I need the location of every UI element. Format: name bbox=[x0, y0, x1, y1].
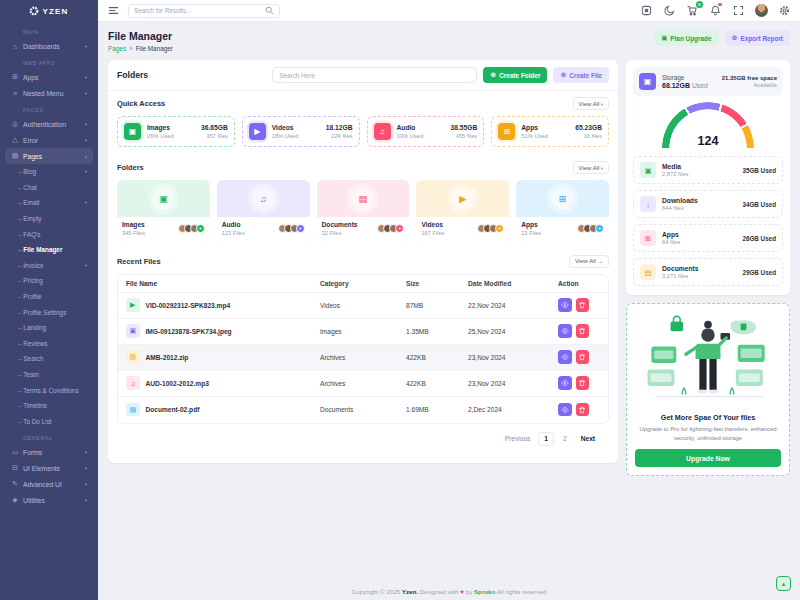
delete-file-button[interactable] bbox=[576, 298, 590, 312]
quick-access-card[interactable]: ▣ Images 26% Used 36.65GB 357 files bbox=[117, 116, 235, 147]
sidebar-item[interactable]: ◈ Utilities ▾ bbox=[5, 492, 93, 508]
footer-company-link[interactable]: Spruko bbox=[474, 588, 495, 595]
sidebar-item[interactable]: Reviews bbox=[5, 336, 93, 352]
sidebar-item[interactable]: Empty bbox=[5, 211, 93, 227]
cart-icon[interactable]: 5 bbox=[686, 4, 699, 17]
create-folder-button[interactable]: Create Folder bbox=[483, 67, 547, 83]
sidebar-item[interactable]: ✎ Advanced UI ▾ bbox=[5, 476, 93, 492]
settings-gear-icon[interactable] bbox=[778, 4, 791, 17]
export-report-button[interactable]: Export Report bbox=[725, 30, 790, 46]
folder-search-input[interactable] bbox=[279, 72, 470, 79]
storage-item: ⊞ Apps 64 files 26GB Used bbox=[633, 224, 783, 252]
app-logo[interactable]: YZEN bbox=[0, 0, 98, 22]
sidebar-item[interactable]: ≡ Nested Menu ▾ bbox=[5, 85, 93, 101]
sidebar-item[interactable]: WEB APPS bbox=[5, 57, 93, 69]
sidebar-item-label: Nested Menu bbox=[23, 90, 63, 97]
folder-card[interactable]: ▶ Videos 167 Files bbox=[416, 180, 509, 241]
sidebar-item[interactable]: ▤ Pages ▴ bbox=[5, 148, 93, 164]
sidebar-item[interactable]: GENERAL bbox=[5, 432, 93, 444]
sidebar-item[interactable]: Team bbox=[5, 367, 93, 383]
delete-file-button[interactable] bbox=[576, 403, 590, 417]
sidebar-item[interactable]: PAGES bbox=[5, 104, 93, 116]
folder-card[interactable]: ⊞ Apps 23 Files bbox=[516, 180, 609, 241]
sidebar-item[interactable]: Profile Settings bbox=[5, 304, 93, 320]
upgrade-now-button[interactable]: Upgrade Now bbox=[635, 449, 781, 467]
file-type-icon: ♫ bbox=[126, 376, 140, 390]
quick-access-view-all-button[interactable]: View All bbox=[573, 97, 610, 110]
folder-name: Audio bbox=[222, 221, 245, 228]
view-file-button[interactable] bbox=[558, 376, 572, 390]
add-member-badge[interactable]: + bbox=[495, 224, 504, 233]
folder-search[interactable] bbox=[272, 67, 477, 83]
view-file-button[interactable] bbox=[558, 298, 572, 312]
sidebar-item[interactable]: ◎ Authentication ▾ bbox=[5, 116, 93, 132]
pagination-next[interactable]: Next bbox=[576, 433, 600, 445]
global-search[interactable] bbox=[128, 4, 280, 18]
sidebar-item-label: Landing bbox=[18, 324, 46, 331]
table-row: ▤ Document-02.pdf Documents 1.69MB 2,Dec… bbox=[118, 397, 608, 423]
pagination-page-1[interactable]: 1 bbox=[538, 432, 554, 446]
sidebar-item[interactable]: Landing bbox=[5, 320, 93, 336]
sidebar-item[interactable]: ⊟ UI Elements ▾ bbox=[5, 460, 93, 476]
sidebar-item[interactable]: ▭ Forms ▾ bbox=[5, 444, 93, 460]
folder-card[interactable]: ▤ Documents 32 Files bbox=[317, 180, 410, 241]
sidebar-item[interactable]: Invoice ▾ bbox=[5, 258, 93, 274]
view-file-button[interactable] bbox=[558, 403, 572, 417]
sidebar-item[interactable]: Chat bbox=[5, 180, 93, 196]
folder-name: Videos bbox=[421, 221, 444, 228]
add-member-badge[interactable]: + bbox=[296, 224, 305, 233]
sidebar-item[interactable]: ⊞ Apps ▾ bbox=[5, 69, 93, 85]
folder-members-avatars: + bbox=[477, 224, 504, 233]
sidebar-item[interactable]: Blog ▾ bbox=[5, 164, 93, 180]
pagination-page-2[interactable]: 2 bbox=[557, 432, 573, 446]
folder-files-count: 345 Files bbox=[122, 230, 145, 236]
sidebar-item[interactable]: MAIN bbox=[5, 26, 93, 38]
sidebar-item[interactable]: Email ▾ bbox=[5, 195, 93, 211]
quick-access-card[interactable]: ⊞ Apps 51% Used 65.23GB 16 files bbox=[491, 116, 609, 147]
sidebar-item[interactable]: Pricing bbox=[5, 273, 93, 289]
notifications-bell-icon[interactable] bbox=[709, 4, 722, 17]
file-size: 87MB bbox=[406, 302, 468, 309]
breadcrumb-parent[interactable]: Pages bbox=[108, 45, 126, 52]
create-file-button[interactable]: Create File bbox=[553, 67, 609, 83]
scroll-to-top-button[interactable]: ▴ bbox=[776, 576, 791, 591]
sidebar-item[interactable]: To Do List bbox=[5, 414, 93, 430]
sidebar-item[interactable]: Terms & Conditions bbox=[5, 382, 93, 398]
delete-file-button[interactable] bbox=[576, 324, 590, 338]
sidebar-item[interactable]: Timeline bbox=[5, 398, 93, 414]
recent-files-view-all-button[interactable]: View All bbox=[569, 255, 609, 268]
sidebar-item-icon: ◎ bbox=[11, 120, 19, 128]
folders-view-all-button[interactable]: View All bbox=[573, 161, 610, 174]
folder-card[interactable]: ▣ Images 345 Files bbox=[117, 180, 210, 241]
sidebar-item[interactable]: FAQ's bbox=[5, 226, 93, 242]
top-header: 5 bbox=[98, 0, 800, 22]
sidebar-item[interactable]: Profile bbox=[5, 289, 93, 305]
delete-file-button[interactable] bbox=[576, 376, 590, 390]
folders-card: Folders Create Folder Create File Quick … bbox=[108, 60, 618, 463]
sidebar-item[interactable]: ⌂ Dashboards ▾ bbox=[5, 38, 93, 54]
pagination-previous[interactable]: Previous bbox=[500, 433, 536, 445]
language-flag-icon[interactable] bbox=[640, 4, 653, 17]
sidebar-item[interactable]: △ Error ▾ bbox=[5, 132, 93, 148]
quick-access-card[interactable]: ▶ Videos 18% Used 18.12GB 224 files bbox=[242, 116, 360, 147]
sidebar-item-label: Profile Settings bbox=[18, 309, 66, 316]
user-avatar[interactable] bbox=[755, 4, 769, 18]
add-member-badge[interactable]: + bbox=[595, 224, 604, 233]
folder-card[interactable]: ♫ Audio 123 Files bbox=[217, 180, 310, 241]
add-member-badge[interactable]: + bbox=[196, 224, 205, 233]
sidebar-item[interactable]: Search bbox=[5, 351, 93, 367]
fullscreen-icon[interactable] bbox=[732, 4, 745, 17]
global-search-input[interactable] bbox=[134, 7, 261, 14]
sidebar-item[interactable]: File Manager bbox=[5, 242, 93, 258]
view-file-button[interactable] bbox=[558, 324, 572, 338]
quick-access-card[interactable]: ♫ Audio 33% Used 38.55GB 455 files bbox=[367, 116, 485, 147]
folder-members-avatars: + bbox=[178, 224, 205, 233]
add-member-badge[interactable]: + bbox=[395, 224, 404, 233]
quick-access-used: 51% Used bbox=[521, 133, 548, 139]
dark-mode-moon-icon[interactable] bbox=[663, 4, 676, 17]
hamburger-menu-icon[interactable] bbox=[107, 4, 120, 17]
plan-upgrade-button[interactable]: Plan Upgrade bbox=[654, 30, 718, 46]
delete-file-button[interactable] bbox=[576, 350, 590, 364]
view-file-button[interactable] bbox=[558, 350, 572, 364]
eye-icon bbox=[561, 406, 569, 414]
